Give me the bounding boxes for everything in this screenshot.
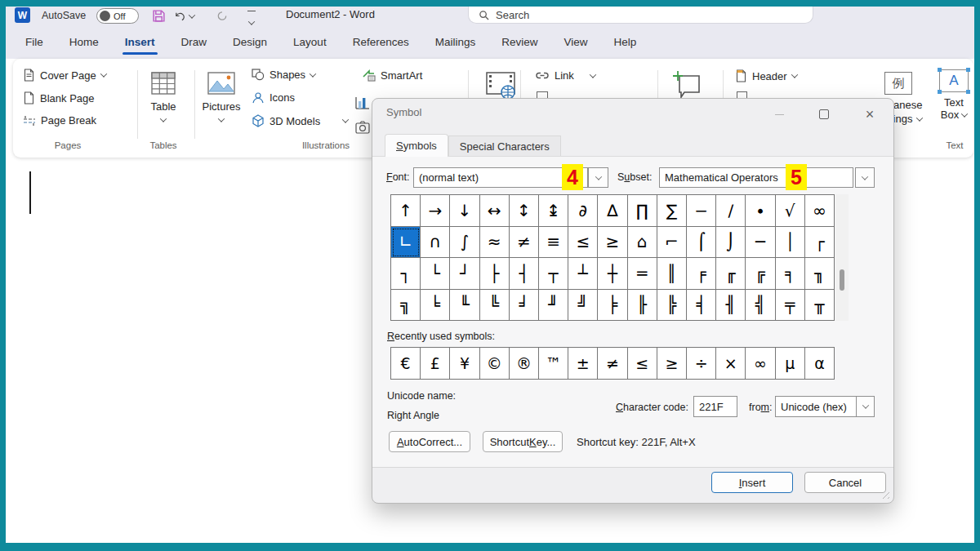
symbol-cell[interactable]: ↓ [450,195,479,227]
pictures-button[interactable]: Pictures [197,70,246,122]
minimize-button[interactable] [767,105,791,123]
icons-button[interactable]: Icons [252,91,295,104]
link-button[interactable]: Link [535,69,595,82]
tab-symbols[interactable]: Symbols [385,134,448,157]
ribbon-tab-layout[interactable]: Layout [283,31,337,53]
symbol-cell[interactable]: ⌂ [628,227,657,259]
undo-dropdown-icon[interactable] [189,11,195,18]
symbol-cell[interactable]: ⌡ [716,227,746,259]
symbol-cell[interactable]: ≈ [480,227,510,259]
3d-models-button[interactable]: 3D Models [252,114,348,127]
symbol-cell[interactable]: ╖ [805,258,835,290]
from-dropdown-arrow[interactable] [856,396,875,417]
ribbon-tab-mailings[interactable]: Mailings [425,31,487,53]
symbol-cell[interactable]: ↨ [539,195,568,227]
symbol-cell[interactable]: ∫ [450,227,479,259]
symbol-cell[interactable]: ≤ [568,227,598,259]
recent-symbol-cell[interactable]: £ [421,348,450,380]
new-comment-button[interactable] [671,69,704,102]
word-app-icon[interactable]: W [15,7,30,23]
search-input[interactable]: Search [468,7,813,24]
symbol-cell[interactable]: ═ [628,258,657,290]
recent-symbol-cell[interactable]: × [716,348,746,380]
redo-button[interactable] [216,10,229,22]
symbol-cell[interactable]: ├ [480,258,510,290]
smartart-button[interactable]: SmartArt [362,69,422,82]
symbol-cell[interactable]: ↑ [391,195,421,227]
symbol-cell[interactable]: ┘ [450,258,479,290]
recent-symbol-cell[interactable]: © [480,348,510,380]
recent-symbol-cell[interactable]: ® [510,348,539,380]
shortcut-key-button[interactable]: Shortcut Key... [483,431,563,452]
save-icon[interactable] [152,9,166,23]
ribbon-tab-file[interactable]: File [15,31,54,53]
symbol-cell[interactable]: ╢ [716,290,746,322]
recent-symbol-cell[interactable]: ¥ [450,348,479,380]
font-dropdown-arrow[interactable] [588,167,608,188]
cancel-button[interactable]: Cancel [804,472,886,493]
symbol-cell[interactable]: ╣ [746,290,775,322]
symbol-cell[interactable]: ╓ [716,258,746,290]
symbol-cell-selected[interactable]: ∟ [391,227,421,259]
recent-symbol-cell[interactable]: ± [568,348,598,380]
online-video-button[interactable] [483,69,519,102]
symbol-cell[interactable]: ┬ [539,258,568,290]
subset-combobox[interactable]: Mathematical Operators [659,167,853,188]
recent-symbol-cell[interactable]: ≠ [598,348,627,380]
symbol-cell[interactable]: ╒ [687,258,716,290]
tab-special-characters[interactable]: Special Characters [448,136,561,157]
chart-icon[interactable] [354,94,371,110]
recent-symbol-cell[interactable]: € [391,348,421,380]
character-code-input[interactable]: 221F [693,396,737,417]
blank-page-button[interactable]: Blank Page [23,91,95,104]
recent-symbol-cell[interactable]: µ [776,348,805,380]
symbol-cell[interactable]: ╠ [657,290,687,322]
symbol-cell[interactable]: ╤ [776,290,805,322]
symbol-cell[interactable]: √ [776,195,805,227]
symbol-cell[interactable]: ┼ [598,258,627,290]
ribbon-tab-view[interactable]: View [553,31,598,53]
symbol-cell[interactable]: ╞ [598,290,627,322]
symbol-cell[interactable]: ≥ [598,227,627,259]
symbol-cell[interactable]: ╕ [776,258,805,290]
symbol-cell[interactable]: ∞ [805,195,835,227]
symbol-cell[interactable]: ╛ [510,290,539,322]
symbol-cell[interactable]: ┌ [805,227,835,259]
symbol-cell[interactable]: − [687,195,716,227]
ribbon-tab-review[interactable]: Review [491,31,548,53]
symbol-cell[interactable]: ╘ [421,290,450,322]
symbol-cell[interactable]: ╟ [628,290,657,322]
table-button[interactable]: Table [140,70,187,122]
page-break-button[interactable]: Page Break [23,114,96,127]
ribbon-tab-insert[interactable]: Insert [114,31,166,53]
symbol-cell[interactable]: ╙ [450,290,479,322]
subset-dropdown-arrow[interactable] [855,167,875,188]
header-button[interactable]: Header [735,69,797,82]
ribbon-tab-home[interactable]: Home [59,31,109,53]
symbol-cell[interactable]: ╗ [391,290,421,322]
symbol-cell[interactable]: ≡ [539,227,568,259]
symbol-cell[interactable]: ┤ [510,258,539,290]
ribbon-tab-design[interactable]: Design [222,31,278,53]
symbol-cell[interactable]: │ [776,227,805,259]
recent-symbol-cell[interactable]: ≥ [657,348,687,380]
from-combobox[interactable]: Unicode (hex) [775,396,857,417]
japanese-greeting-icon[interactable]: 例 [884,72,912,95]
ribbon-tab-help[interactable]: Help [604,31,648,53]
recent-symbol-cell[interactable]: α [805,348,835,380]
symbol-cell[interactable]: ⌐ [657,227,687,259]
ribbon-tab-references[interactable]: References [342,31,420,53]
symbol-cell[interactable]: ∂ [568,195,598,227]
quick-access-menu-icon[interactable] [247,11,257,29]
symbol-cell[interactable]: ╚ [480,290,510,322]
symbol-cell[interactable]: ≠ [510,227,539,259]
scrollbar-thumb[interactable] [840,269,844,291]
symbol-cell[interactable]: ↕ [510,195,539,227]
symbol-grid-scrollbar[interactable] [835,194,849,321]
symbol-cell[interactable]: ∩ [421,227,450,259]
symbol-cell[interactable]: ╜ [539,290,568,322]
recent-symbol-cell[interactable]: ∞ [746,348,775,380]
symbol-cell[interactable]: ∆ [598,195,627,227]
autosave-toggle[interactable]: Off [96,8,139,24]
symbol-cell[interactable]: ╡ [687,290,716,322]
